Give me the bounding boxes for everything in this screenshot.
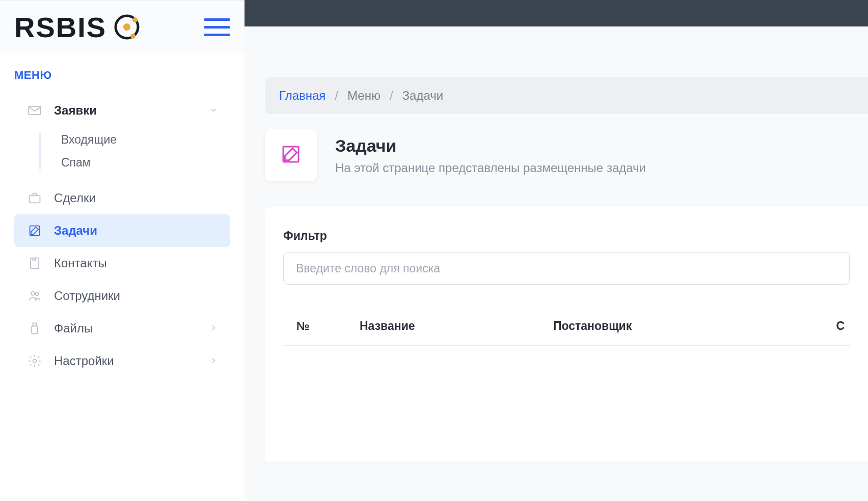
page-title: Задачи: [335, 136, 646, 156]
edit-icon: [281, 144, 301, 166]
sidebar-item-label: Контакты: [54, 256, 218, 270]
sidebar-item-settings[interactable]: Настройки: [14, 345, 230, 377]
sidebar-item-employees[interactable]: Сотрудники: [14, 280, 230, 312]
filter-panel: Фильтр № Название Постановщик С: [265, 207, 868, 461]
breadcrumb-separator: /: [390, 89, 393, 103]
nav: Заявки Входящие Спам Сделки Задачи: [0, 94, 245, 377]
page-header: Задачи На этой странице представлены раз…: [265, 114, 868, 207]
svg-rect-10: [33, 323, 37, 326]
table-col-owner[interactable]: Постановщик: [553, 319, 772, 333]
edit-icon: [26, 222, 43, 239]
table-col-name[interactable]: Название: [360, 319, 553, 333]
table-col-number[interactable]: №: [283, 319, 360, 333]
svg-point-9: [36, 293, 39, 296]
svg-rect-11: [32, 326, 38, 333]
page-header-text: Задачи На этой странице представлены раз…: [335, 136, 646, 175]
sidebar-sub-inbox[interactable]: Входящие: [61, 133, 230, 147]
breadcrumb: Главная / Меню / Задачи: [265, 77, 868, 114]
briefcase-icon: [26, 190, 43, 206]
sidebar-sub-spam[interactable]: Спам: [61, 156, 230, 170]
breadcrumb-current: Задачи: [402, 89, 444, 103]
sidebar-item-contacts[interactable]: Контакты: [14, 247, 230, 280]
svg-point-12: [33, 359, 37, 363]
logo-icon: [113, 13, 141, 41]
sidebar-item-label: Сотрудники: [54, 289, 218, 303]
sidebar-item-label: Задачи: [54, 224, 218, 238]
sidebar-item-label: Настройки: [54, 354, 198, 368]
chevron-right-icon: [209, 321, 218, 336]
breadcrumb-separator: /: [335, 89, 338, 103]
svg-point-8: [31, 292, 35, 295]
svg-point-1: [123, 23, 130, 31]
search-input[interactable]: [283, 252, 850, 285]
sidebar-header: RSBIS: [0, 1, 245, 53]
usb-icon: [26, 320, 43, 337]
page-subtitle: На этой странице представлены размещенны…: [335, 161, 646, 175]
page-icon-card: [265, 129, 317, 181]
logo-text: RSBIS: [14, 11, 106, 44]
users-icon: [26, 288, 43, 304]
chevron-down-icon: [209, 103, 218, 118]
main: Главная / Меню / Задачи Задачи На этой с…: [245, 0, 868, 501]
svg-point-3: [130, 34, 135, 39]
menu-toggle-button[interactable]: [204, 18, 230, 36]
breadcrumb-home[interactable]: Главная: [279, 89, 326, 103]
breadcrumb-menu[interactable]: Меню: [347, 89, 381, 103]
sidebar-item-deals[interactable]: Сделки: [14, 182, 230, 214]
sidebar-item-requests[interactable]: Заявки: [14, 94, 230, 127]
logo[interactable]: RSBIS: [14, 11, 141, 44]
content: Главная / Меню / Задачи Задачи На этой с…: [245, 26, 868, 461]
sidebar-item-label: Заявки: [54, 103, 198, 118]
sidebar: RSBIS МЕНЮ Заявки: [0, 0, 245, 501]
svg-rect-4: [29, 106, 40, 115]
sidebar-item-label: Сделки: [54, 191, 218, 205]
sidebar-item-label: Файлы: [54, 321, 198, 336]
mail-icon: [26, 102, 43, 119]
chevron-right-icon: [209, 354, 218, 368]
sidebar-item-tasks[interactable]: Задачи: [14, 214, 230, 247]
table-col-extra[interactable]: С: [772, 319, 850, 333]
gear-icon: [26, 353, 43, 369]
table-header: № Название Постановщик С: [283, 307, 850, 346]
sidebar-sub-requests: Входящие Спам: [39, 133, 230, 170]
menu-section-title: МЕНЮ: [0, 53, 245, 94]
sidebar-item-files[interactable]: Файлы: [14, 312, 230, 345]
filter-label: Фильтр: [283, 229, 850, 243]
book-icon: [26, 255, 43, 271]
topbar: [245, 0, 868, 26]
svg-point-2: [132, 17, 138, 22]
svg-rect-5: [30, 196, 40, 203]
